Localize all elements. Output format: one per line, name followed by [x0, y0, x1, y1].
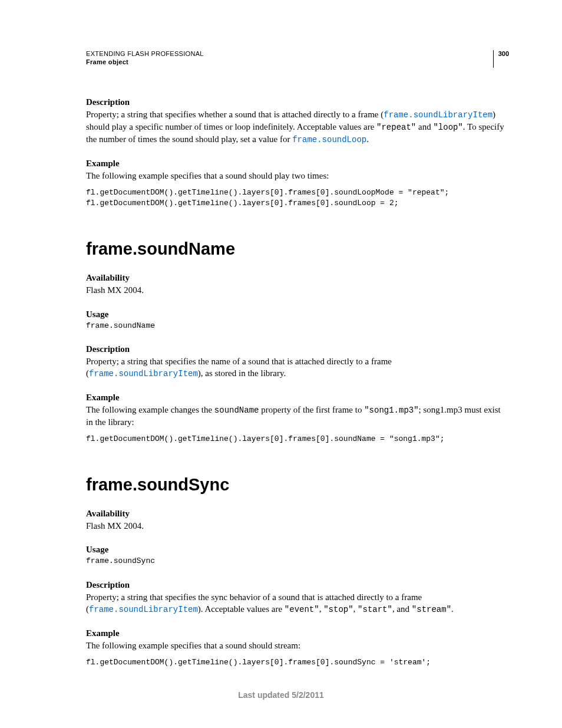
- heading-usage: Usage: [86, 309, 509, 319]
- heading-usage: Usage: [86, 545, 509, 555]
- heading-availability: Availability: [86, 509, 509, 519]
- availability-text: Flash MX 2004.: [86, 284, 509, 296]
- section-soundsync: frame.soundSync Availability Flash MX 20…: [86, 475, 509, 668]
- heading-description: Description: [86, 580, 509, 590]
- heading-description: Description: [86, 97, 509, 107]
- availability-text: Flash MX 2004.: [86, 520, 509, 532]
- link-soundlibraryitem[interactable]: frame.soundLibraryItem: [89, 605, 198, 614]
- description-text: Property; a string that specifies the sy…: [86, 591, 509, 615]
- heading-example: Example: [86, 628, 509, 638]
- header-left: EXTENDING FLASH PROFESSIONAL Frame objec…: [86, 50, 204, 65]
- heading-example: Example: [86, 159, 509, 169]
- page-number: 300: [493, 50, 509, 68]
- literal-song1mp3: "song1.mp3": [364, 406, 418, 415]
- literal-event: "event": [285, 605, 319, 614]
- literal-soundname: soundName: [214, 406, 259, 415]
- literal-repeat: "repeat": [376, 123, 416, 132]
- literal-loop: "loop": [433, 123, 462, 132]
- literal-stop: "stop": [323, 605, 353, 614]
- heading-description: Description: [86, 344, 509, 354]
- link-soundlibraryitem[interactable]: frame.soundLibraryItem: [89, 369, 198, 378]
- heading-example: Example: [86, 393, 509, 403]
- usage-code: frame.soundSync: [86, 556, 509, 566]
- example-intro: The following example specifies that a s…: [86, 170, 509, 182]
- page-header: EXTENDING FLASH PROFESSIONAL Frame objec…: [86, 50, 509, 68]
- link-soundlibraryitem[interactable]: frame.soundLibraryItem: [384, 110, 492, 120]
- page: EXTENDING FLASH PROFESSIONAL Frame objec…: [0, 0, 562, 728]
- description-text: Property; a string that specifies the na…: [86, 355, 509, 380]
- literal-start: "start": [358, 605, 392, 614]
- section-soundloopmode-continued: Description Property; a string that spec…: [86, 97, 509, 209]
- description-text: Property; a string that specifies whethe…: [86, 108, 509, 146]
- code-block: fl.getDocumentDOM().getTimeline().layers…: [86, 434, 509, 444]
- example-intro: The following example changes the soundN…: [86, 404, 509, 428]
- api-title-soundsync: frame.soundSync: [86, 475, 509, 495]
- heading-availability: Availability: [86, 273, 509, 283]
- link-soundloop[interactable]: frame.soundLoop: [292, 135, 366, 144]
- footer-last-updated: Last updated 5/2/2011: [0, 690, 562, 700]
- usage-code: frame.soundName: [86, 321, 509, 331]
- code-block: fl.getDocumentDOM().getTimeline().layers…: [86, 657, 509, 668]
- section-soundname: frame.soundName Availability Flash MX 20…: [86, 239, 509, 444]
- example-intro: The following example specifies that a s…: [86, 640, 509, 651]
- doc-title: EXTENDING FLASH PROFESSIONAL: [86, 50, 204, 57]
- api-title-soundname: frame.soundName: [86, 239, 509, 259]
- doc-section: Frame object: [86, 58, 204, 65]
- literal-stream: "stream": [412, 605, 451, 614]
- code-block: fl.getDocumentDOM().getTimeline().layers…: [86, 187, 509, 209]
